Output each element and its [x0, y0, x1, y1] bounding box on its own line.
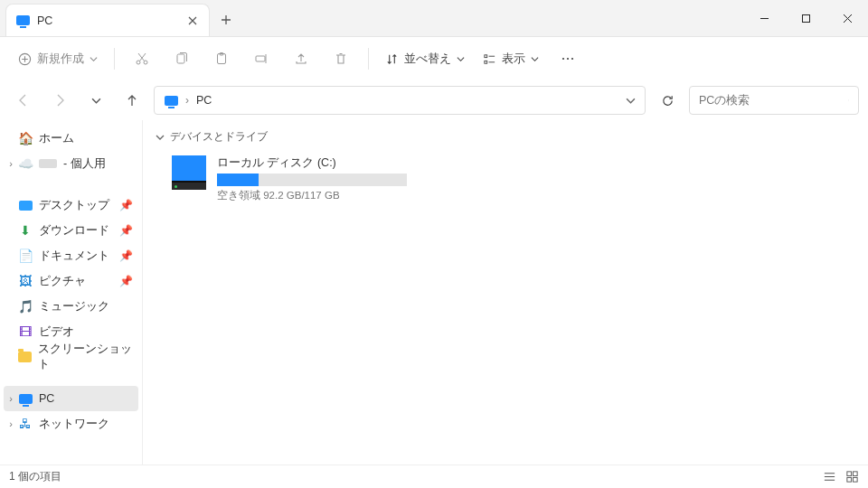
sort-button[interactable]: 並べ替え	[378, 42, 472, 75]
sort-button-label: 並べ替え	[404, 51, 451, 67]
picture-icon: 🖼	[18, 274, 33, 288]
up-button[interactable]	[118, 86, 146, 115]
group-header-label: デバイスとドライブ	[170, 129, 268, 145]
expand-icon[interactable]: ›	[5, 418, 16, 429]
share-icon	[294, 52, 308, 66]
view-button[interactable]: 表示	[476, 42, 546, 75]
command-toolbar: 新規作成 並べ替え 表示	[0, 37, 868, 80]
sidebar-item-pictures[interactable]: 🖼 ピクチャ 📌	[4, 268, 138, 294]
main-window: 新規作成 並べ替え 表示 › P	[0, 36, 868, 488]
svg-rect-17	[853, 477, 857, 482]
monitor-icon	[15, 14, 30, 28]
sidebar-item-label: - 個人用	[63, 156, 106, 172]
svg-rect-14	[847, 472, 852, 476]
separator	[368, 48, 369, 70]
share-button[interactable]	[283, 42, 319, 75]
search-input[interactable]	[699, 94, 841, 107]
delete-button[interactable]	[323, 42, 359, 75]
nav-row: › PC	[0, 80, 868, 120]
copy-button[interactable]	[164, 42, 200, 75]
forward-button[interactable]	[45, 86, 74, 115]
new-button-label: 新規作成	[37, 51, 84, 67]
copy-icon	[175, 52, 189, 66]
breadcrumb[interactable]: PC	[196, 94, 212, 107]
svg-point-12	[571, 58, 573, 60]
body: 🏠 ホーム › ☁️ - 個人用 デスクトップ 📌 ⬇ ダウンロード 📌	[0, 120, 868, 465]
more-button[interactable]	[550, 42, 586, 75]
sort-icon	[385, 52, 399, 66]
svg-point-13	[848, 100, 849, 101]
pin-icon: 📌	[119, 275, 133, 287]
svg-rect-8	[485, 54, 487, 57]
sidebar-item-label: ピクチャ	[39, 274, 86, 289]
sidebar-item-label: ミュージック	[39, 299, 109, 314]
details-view-button[interactable]	[823, 470, 836, 483]
svg-rect-9	[485, 61, 487, 63]
tab-title: PC	[37, 14, 178, 27]
separator	[114, 48, 115, 70]
pin-icon: 📌	[119, 224, 133, 237]
monitor-icon	[18, 391, 33, 406]
drive-item[interactable]: ローカル ディスク (C:) 空き領域 92.2 GB/117 GB	[156, 152, 855, 206]
status-bar: 1 個の項目	[0, 465, 868, 488]
chevron-down-icon[interactable]	[626, 96, 636, 106]
refresh-icon	[661, 94, 675, 108]
plus-circle-icon	[18, 52, 32, 66]
expand-icon[interactable]: ›	[5, 393, 16, 404]
video-icon: 🎞	[18, 324, 33, 339]
sidebar-item-label: ドキュメント	[39, 249, 109, 264]
titlebar-drag-area[interactable]	[242, 0, 743, 36]
drive-info: ローカル ディスク (C:) 空き領域 92.2 GB/117 GB	[217, 155, 407, 202]
expand-icon[interactable]: ›	[5, 158, 16, 169]
drive-free-text: 空き領域 92.2 GB/117 GB	[217, 189, 407, 202]
sidebar-item-desktop[interactable]: デスクトップ 📌	[4, 192, 138, 218]
sidebar-item-label: ビデオ	[39, 324, 74, 340]
address-bar[interactable]: › PC	[154, 86, 646, 115]
minimize-button[interactable]	[743, 0, 785, 36]
sidebar-item-screenshots[interactable]: スクリーンショット	[4, 344, 138, 370]
close-tab-icon[interactable]	[185, 14, 200, 28]
svg-point-10	[562, 58, 564, 60]
active-tab[interactable]: PC	[5, 4, 210, 36]
rename-icon	[254, 52, 269, 66]
svg-rect-4	[177, 54, 184, 63]
sidebar-item-downloads[interactable]: ⬇ ダウンロード 📌	[4, 218, 138, 243]
sidebar-item-pc[interactable]: › PC	[4, 386, 138, 411]
desktop-icon	[18, 198, 33, 212]
icons-view-button[interactable]	[845, 470, 859, 483]
document-icon: 📄	[18, 249, 33, 263]
close-window-button[interactable]	[826, 0, 868, 36]
new-tab-button[interactable]	[210, 4, 242, 36]
back-button[interactable]	[9, 86, 38, 115]
sidebar-item-music[interactable]: 🎵 ミュージック	[4, 294, 138, 319]
chevron-down-icon	[90, 55, 98, 63]
capacity-used	[217, 174, 259, 186]
scissors-icon	[135, 52, 149, 66]
trash-icon	[334, 52, 348, 66]
view-button-label: 表示	[502, 51, 525, 67]
sidebar-item-label: ホーム	[39, 131, 74, 146]
svg-point-11	[567, 58, 569, 60]
svg-rect-7	[256, 56, 265, 61]
sidebar-item-label: ネットワーク	[39, 417, 109, 432]
group-header[interactable]: デバイスとドライブ	[156, 129, 855, 145]
paste-button[interactable]	[203, 42, 240, 75]
folder-icon	[18, 350, 32, 364]
history-button[interactable]	[81, 86, 110, 115]
sidebar-item-home[interactable]: 🏠 ホーム	[4, 126, 138, 151]
sidebar-item-onedrive[interactable]: › ☁️ - 個人用	[4, 151, 138, 176]
refresh-button[interactable]	[653, 86, 682, 115]
rename-button[interactable]	[243, 42, 279, 75]
sidebar-item-videos[interactable]: 🎞 ビデオ	[4, 319, 138, 344]
maximize-button[interactable]	[785, 0, 826, 36]
search-box[interactable]	[689, 86, 859, 115]
drive-name: ローカル ディスク (C:)	[217, 155, 407, 171]
sidebar-item-network[interactable]: › 🖧 ネットワーク	[4, 411, 138, 436]
sidebar-item-label: デスクトップ	[39, 198, 109, 213]
new-button[interactable]: 新規作成	[11, 42, 105, 75]
svg-rect-16	[847, 477, 852, 482]
sidebar-item-documents[interactable]: 📄 ドキュメント 📌	[4, 243, 138, 268]
capacity-bar	[217, 174, 407, 186]
cut-button[interactable]	[124, 42, 160, 75]
content-pane: デバイスとドライブ ローカル ディスク (C:) 空き領域 92.2 GB/11…	[143, 120, 868, 465]
